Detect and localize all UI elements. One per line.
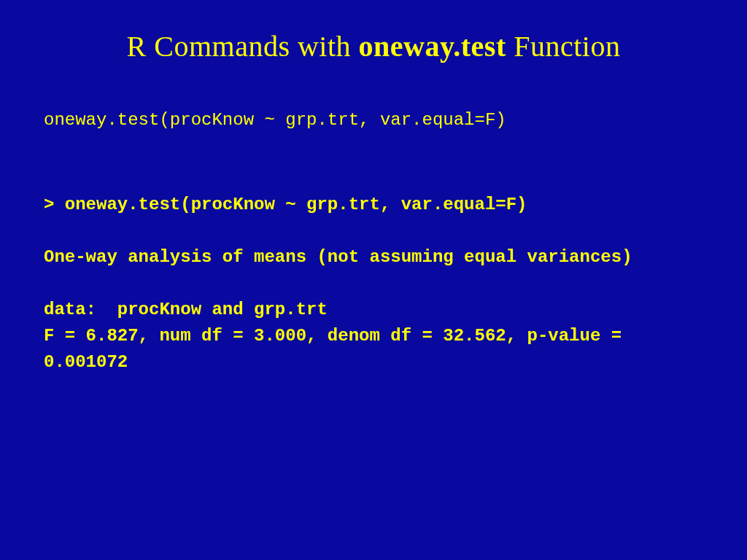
- title-prefix: R Commands with: [127, 30, 359, 63]
- r-output: > oneway.test(procKnow ~ grp.trt, var.eq…: [44, 192, 703, 376]
- slide-title: R Commands with oneway.test Function: [44, 29, 703, 63]
- slide: R Commands with oneway.test Function one…: [0, 0, 747, 560]
- title-suffix: Function: [506, 30, 621, 63]
- title-bold: oneway.test: [359, 30, 506, 63]
- r-command: oneway.test(procKnow ~ grp.trt, var.equa…: [44, 107, 703, 133]
